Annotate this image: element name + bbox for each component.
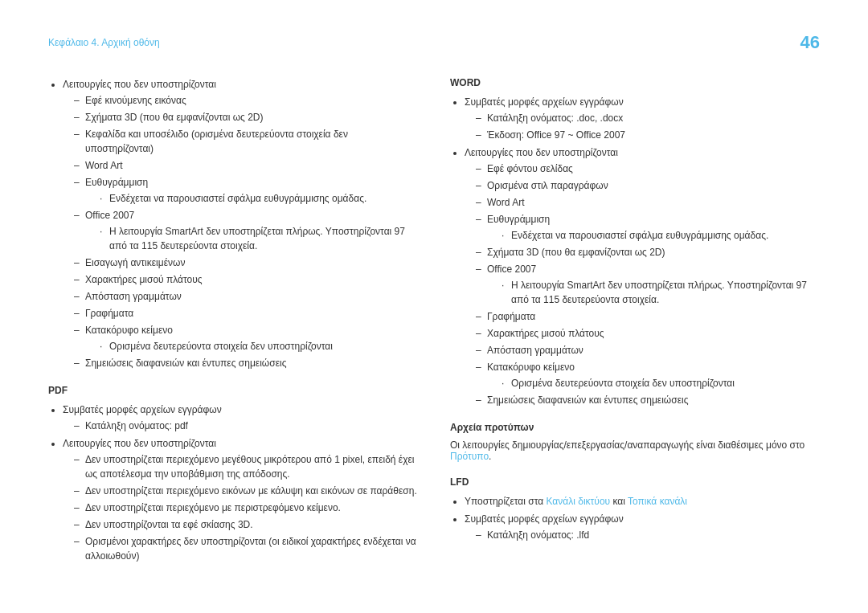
list-item: Δεν υποστηρίζεται περιεχόμενο μεγέθους μ… — [74, 452, 418, 481]
lfd-main-list: Υποστηρίζεται στα Κανάλι δικτύου και Τοπ… — [450, 494, 820, 542]
list-item: Ενδέχεται να παρουσιαστεί σφάλμα ευθυγρά… — [502, 228, 820, 243]
pdf-main-list: Συμβατές μορφές αρχείων εγγράφων Κατάληξ… — [48, 403, 418, 563]
list-item: Κεφαλίδα και υποσέλιδο (ορισμένα δευτερε… — [74, 127, 418, 156]
list-item: Γραφήματα — [476, 309, 820, 324]
list-item: Office 2007 Η λειτουργία SmartArt δεν υπ… — [74, 208, 418, 253]
list-item: Συμβατές μορφές αρχείων εγγράφων Κατάληξ… — [465, 512, 820, 542]
list-item: Συμβατές μορφές αρχείων εγγράφων Κατάληξ… — [465, 95, 820, 142]
list-item: Έκδοση: Office 97 ~ Office 2007 — [476, 128, 820, 142]
network-channel-link[interactable]: Κανάλι δικτύου — [547, 496, 611, 507]
word-main-list: Συμβατές μορφές αρχείων εγγράφων Κατάληξ… — [450, 95, 820, 407]
list-item: Ευθυγράμμιση Ενδέχεται να παρουσιαστεί σ… — [476, 212, 820, 243]
sub-list: Εφέ φόντου σελίδας Ορισμένα στιλ παραγρά… — [465, 161, 820, 407]
list-item: Ευθυγράμμιση Ενδέχεται να παρουσιαστεί σ… — [74, 175, 418, 206]
list-item: Χαρακτήρες μισού πλάτους — [476, 326, 820, 341]
archeia-text: Οι λειτουργίες δημιουργίας/επεξεργασίας/… — [450, 439, 820, 462]
page-number: 46 — [800, 32, 820, 53]
list-item: Λειτουργίες που δεν υποστηρίζονται Εφέ κ… — [63, 77, 418, 370]
list-item: Συμβατές μορφές αρχείων εγγράφων Κατάληξ… — [63, 403, 418, 433]
list-item: Εφέ κινούμενης εικόνας — [74, 93, 418, 108]
list-item: Λειτουργίες που δεν υποστηρίζονται Εφέ φ… — [465, 145, 820, 407]
intro-main-list: Λειτουργίες που δεν υποστηρίζονται Εφέ κ… — [48, 77, 418, 370]
content-columns: Λειτουργίες που δεν υποστηρίζονται Εφέ κ… — [48, 77, 820, 568]
list-item: Η λειτουργία SmartArt δεν υποστηρίζεται … — [502, 278, 820, 307]
list-item: Word Art — [476, 195, 820, 210]
left-column: Λειτουργίες που δεν υποστηρίζονται Εφέ κ… — [48, 77, 418, 568]
right-column: WORD Συμβατές μορφές αρχείων εγγράφων Κα… — [450, 77, 820, 568]
sub-list: Κατάληξη ονόματος: pdf — [63, 419, 418, 433]
list-item: Δεν υποστηρίζονται τα εφέ σκίασης 3D. — [74, 517, 418, 532]
list-item: Κατάληξη ονόματος: pdf — [74, 419, 418, 433]
list-item: Δεν υποστηρίζεται περιεχόμενο με περιστρ… — [74, 501, 418, 515]
list-item: Ενδέχεται να παρουσιαστεί σφάλμα ευθυγρά… — [100, 191, 418, 206]
sub-sub-list: Η λειτουργία SmartArt δεν υποστηρίζεται … — [487, 278, 820, 307]
archeia-heading: Αρχεία προτύπων — [450, 422, 820, 433]
chapter-title: Κεφάλαιο 4. Αρχική οθόνη — [48, 37, 160, 48]
list-item: Σχήματα 3D (που θα εμφανίζονται ως 2D) — [476, 245, 820, 260]
protipo-link[interactable]: Πρότυπο — [450, 451, 489, 462]
sub-list: Δεν υποστηρίζεται περιεχόμενο μεγέθους μ… — [63, 452, 418, 563]
list-item: Ορισμένοι χαρακτήρες δεν υποστηρίζονται … — [74, 534, 418, 563]
local-channel-link[interactable]: Τοπικά κανάλι — [628, 496, 687, 507]
list-item: Εισαγωγή αντικειμένων — [74, 255, 418, 270]
sub-list: Κατάληξη ονόματος: .doc, .docx Έκδοση: O… — [465, 111, 820, 142]
list-item: Κατάληξη ονόματος: .lfd — [476, 528, 820, 542]
list-item: Η λειτουργία SmartArt δεν υποστηρίζεται … — [100, 224, 418, 253]
top-bar: Κεφάλαιο 4. Αρχική οθόνη 46 — [48, 32, 820, 53]
lfd-heading: LFD — [450, 476, 820, 488]
list-item: Word Art — [74, 158, 418, 173]
list-item: Απόσταση γραμμάτων — [74, 289, 418, 304]
sub-sub-list: Ενδέχεται να παρουσιαστεί σφάλμα ευθυγρά… — [85, 191, 418, 206]
list-item: Σημειώσεις διαφανειών και έντυπες σημειώ… — [476, 393, 820, 407]
word-heading: WORD — [450, 77, 820, 88]
list-item: Κατακόρυφο κείμενο Ορισμένα δευτερεύοντα… — [476, 360, 820, 390]
list-item: Δεν υποστηρίζεται περιεχόμενο εικόνων με… — [74, 484, 418, 498]
list-item: Υποστηρίζεται στα Κανάλι δικτύου και Τοπ… — [465, 494, 820, 509]
list-item: Απόσταση γραμμάτων — [476, 343, 820, 358]
list-item: Χαρακτήρες μισού πλάτους — [74, 272, 418, 287]
list-item: Ορισμένα στιλ παραγράφων — [476, 178, 820, 193]
list-item: Σημειώσεις διαφανειών και έντυπες σημειώ… — [74, 356, 418, 370]
pdf-heading: PDF — [48, 385, 418, 396]
list-item: Κατάληξη ονόματος: .doc, .docx — [476, 111, 820, 125]
sub-sub-list: Ορισμένα δευτερεύοντα στοιχεία δεν υποστ… — [487, 376, 820, 390]
page-container: Κεφάλαιο 4. Αρχική οθόνη 46 Λειτουργίες … — [0, 0, 868, 600]
sub-sub-list: Η λειτουργία SmartArt δεν υποστηρίζεται … — [85, 224, 418, 253]
sub-sub-list: Ορισμένα δευτερεύοντα στοιχεία δεν υποστ… — [85, 339, 418, 353]
sub-list: Εφέ κινούμενης εικόνας Σχήματα 3D (που θ… — [63, 93, 418, 370]
list-item: Ορισμένα δευτερεύοντα στοιχεία δεν υποστ… — [502, 376, 820, 390]
list-item: Εφέ φόντου σελίδας — [476, 161, 820, 176]
list-item: Λειτουργίες που δεν υποστηρίζονται Δεν υ… — [63, 436, 418, 563]
list-item: Κατακόρυφο κείμενο Ορισμένα δευτερεύοντα… — [74, 323, 418, 353]
list-item: Σχήματα 3D (που θα εμφανίζονται ως 2D) — [74, 110, 418, 125]
sub-list: Κατάληξη ονόματος: .lfd — [465, 528, 820, 542]
list-item: Ορισμένα δευτερεύοντα στοιχεία δεν υποστ… — [100, 339, 418, 353]
list-item: Office 2007 Η λειτουργία SmartArt δεν υπ… — [476, 262, 820, 307]
sub-sub-list: Ενδέχεται να παρουσιαστεί σφάλμα ευθυγρά… — [487, 228, 820, 243]
list-item: Γραφήματα — [74, 306, 418, 321]
